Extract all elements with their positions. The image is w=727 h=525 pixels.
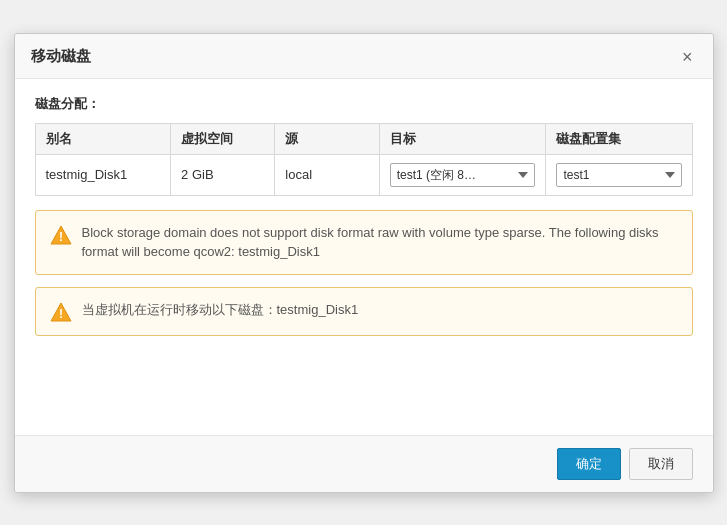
col-header-vspace: 虚拟空间 [171, 123, 275, 154]
move-disk-dialog: 移动磁盘 × 磁盘分配： 别名 虚拟空间 源 目标 [14, 33, 714, 493]
warning-box-2: ! 当虚拟机在运行时移动以下磁盘：testmig_Disk1 [35, 287, 693, 336]
cancel-button[interactable]: 取消 [629, 448, 693, 480]
cell-diskset: test1 [546, 154, 692, 195]
svg-text:!: ! [59, 230, 63, 244]
warning-text-1: Block storage domain does not support di… [82, 223, 678, 262]
dialog-title: 移动磁盘 [31, 47, 91, 66]
dialog-header: 移动磁盘 × [15, 34, 713, 79]
dialog-footer: 确定 取消 [15, 435, 713, 492]
target-select[interactable]: test1 (空闲 8… [390, 163, 536, 187]
warning-text-2: 当虚拟机在运行时移动以下磁盘：testmig_Disk1 [82, 300, 359, 320]
warning-icon-1: ! [50, 224, 72, 246]
cell-target: test1 (空闲 8… [379, 154, 546, 195]
cell-vspace: 2 GiB [171, 154, 275, 195]
col-header-target: 目标 [379, 123, 546, 154]
cell-source: local [275, 154, 379, 195]
confirm-button[interactable]: 确定 [557, 448, 621, 480]
disk-partition-label: 磁盘分配： [35, 95, 693, 113]
col-header-diskset: 磁盘配置集 [546, 123, 692, 154]
warning-box-1: ! Block storage domain does not support … [35, 210, 693, 275]
dialog-body: 磁盘分配： 别名 虚拟空间 源 目标 [15, 79, 713, 435]
table-header-row: 别名 虚拟空间 源 目标 磁盘配置集 [35, 123, 692, 154]
col-header-alias: 别名 [35, 123, 171, 154]
disk-table: 别名 虚拟空间 源 目标 磁盘配置集 [35, 123, 693, 196]
warning-icon-2: ! [50, 301, 72, 323]
cell-alias: testmig_Disk1 [35, 154, 171, 195]
close-button[interactable]: × [678, 46, 697, 68]
table-row: testmig_Disk1 2 GiB local test1 (空闲 8… t… [35, 154, 692, 195]
col-header-source: 源 [275, 123, 379, 154]
svg-text:!: ! [59, 307, 63, 321]
diskset-select[interactable]: test1 [556, 163, 681, 187]
